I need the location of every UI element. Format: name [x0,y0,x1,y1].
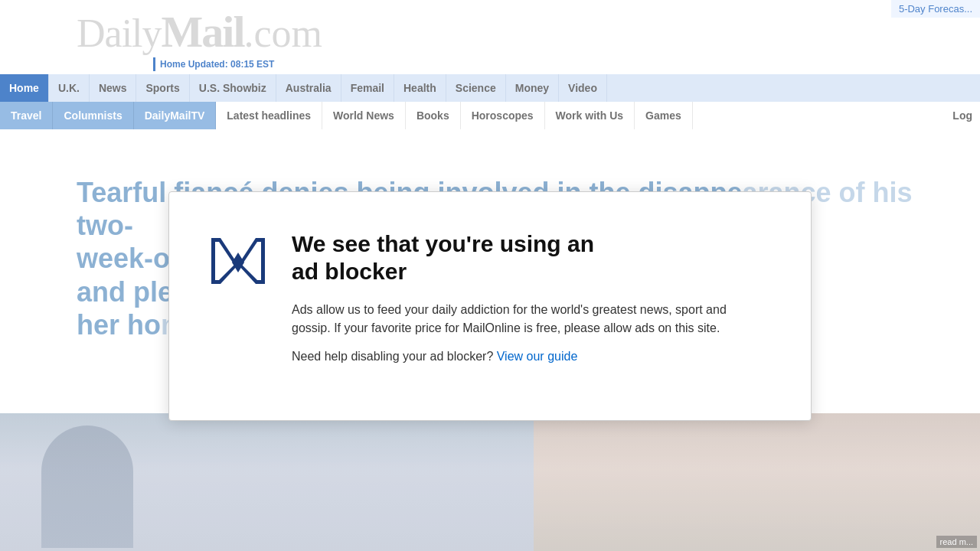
modal-footer: Need help disabling your ad blocker? Vie… [292,350,765,364]
modal-overlay: We see that you're using anad blocker Ad… [0,0,980,551]
modal-text-content: We see that you're using anad blocker Ad… [292,230,765,364]
modal-body: Ads allow us to feed your daily addictio… [292,301,765,337]
modal-title: We see that you're using anad blocker [292,230,765,285]
modal-guide-link[interactable]: View our guide [497,350,578,363]
modal-footer-text: Need help disabling your ad blocker? [292,350,493,363]
svg-marker-7 [232,253,244,272]
adblocker-modal: We see that you're using anad blocker Ad… [168,191,812,421]
modal-logo [207,230,269,295]
